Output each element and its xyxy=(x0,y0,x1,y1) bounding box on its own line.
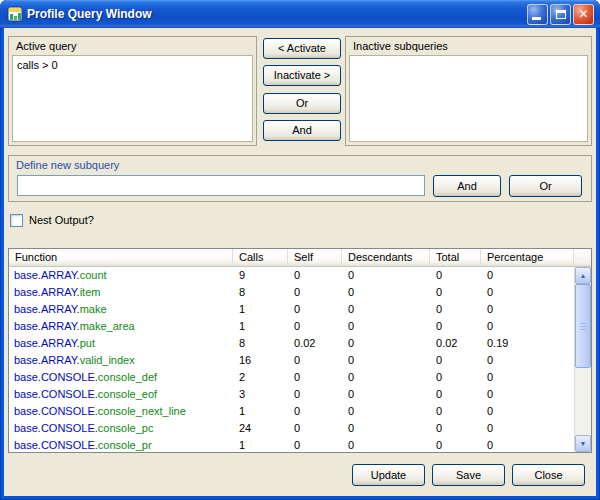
column-header-function[interactable]: Function xyxy=(9,249,233,267)
cell-self: 0 xyxy=(288,318,342,335)
cell-total: 0 xyxy=(430,318,481,335)
cell-calls: 1 xyxy=(233,301,288,318)
activate-button[interactable]: < Activate xyxy=(263,38,341,59)
table-row[interactable]: base.CONSOLE.console_def20000 xyxy=(9,369,574,386)
cell-descendants: 0 xyxy=(342,403,430,420)
cell-function: base.CONSOLE.console_def xyxy=(9,369,233,386)
cell-descendants: 0 xyxy=(342,437,430,452)
profile-query-window: Profile Query Window ✕ Active query call… xyxy=(0,0,600,500)
inactive-subqueries-list[interactable] xyxy=(349,55,588,142)
cell-percentage: 0 xyxy=(481,267,493,284)
header-corner xyxy=(574,249,591,267)
or-query-button[interactable]: Or xyxy=(263,93,341,114)
cell-function: base.CONSOLE.console_pr xyxy=(9,437,233,452)
table-row[interactable]: base.ARRAY.put80.0200.020.19 xyxy=(9,335,574,352)
active-query-label: Active query xyxy=(16,40,77,52)
nest-output-label: Nest Output? xyxy=(29,214,94,226)
column-header-calls[interactable]: Calls xyxy=(233,249,288,267)
table-row[interactable]: base.CONSOLE.console_next_line10000 xyxy=(9,403,574,420)
cell-total: 0 xyxy=(430,386,481,403)
cell-calls: 8 xyxy=(233,335,288,352)
table-row[interactable]: base.ARRAY.item80000 xyxy=(9,284,574,301)
cell-total: 0 xyxy=(430,403,481,420)
cell-self: 0 xyxy=(288,267,342,284)
table-row[interactable]: base.ARRAY.valid_index160000 xyxy=(9,352,574,369)
scroll-up-button[interactable]: ▲ xyxy=(575,267,591,284)
column-header-total[interactable]: Total xyxy=(430,249,481,267)
cell-descendants: 0 xyxy=(342,301,430,318)
cell-self: 0 xyxy=(288,403,342,420)
cell-calls: 1 xyxy=(233,403,288,420)
active-query-list[interactable]: calls > 0 xyxy=(12,55,253,142)
cell-percentage: 0 xyxy=(481,369,493,386)
save-button[interactable]: Save xyxy=(432,464,505,486)
titlebar[interactable]: Profile Query Window ✕ xyxy=(0,0,600,28)
table-row[interactable]: base.ARRAY.make10000 xyxy=(9,301,574,318)
list-item[interactable]: calls > 0 xyxy=(13,58,252,72)
inactive-subqueries-label: Inactive subqueries xyxy=(353,40,448,52)
column-header-self[interactable]: Self xyxy=(288,249,342,267)
cell-self: 0 xyxy=(288,301,342,318)
table-row[interactable]: base.CONSOLE.console_eof30000 xyxy=(9,386,574,403)
and-query-button[interactable]: And xyxy=(263,120,341,141)
cell-total: 0 xyxy=(430,369,481,386)
define-subquery-group: Define new subquery And Or xyxy=(8,155,592,202)
cell-percentage: 0 xyxy=(481,301,493,318)
column-header-descendants[interactable]: Descendants xyxy=(342,249,430,267)
scrollbar-thumb[interactable] xyxy=(575,284,591,368)
table-row[interactable]: base.CONSOLE.console_pc240000 xyxy=(9,420,574,437)
cell-calls: 3 xyxy=(233,386,288,403)
define-subquery-label: Define new subquery xyxy=(16,159,119,171)
cell-calls: 16 xyxy=(233,352,288,369)
cell-descendants: 0 xyxy=(342,420,430,437)
nest-output-row: Nest Output? xyxy=(10,213,94,227)
cell-self: 0 xyxy=(288,420,342,437)
cell-descendants: 0 xyxy=(342,369,430,386)
column-header-percentage[interactable]: Percentage xyxy=(481,249,574,267)
cell-total: 0 xyxy=(430,420,481,437)
scrollbar-track[interactable] xyxy=(575,284,591,435)
and-subquery-button[interactable]: And xyxy=(433,175,501,197)
cell-descendants: 0 xyxy=(342,284,430,301)
cell-total: 0 xyxy=(430,301,481,318)
cell-self: 0 xyxy=(288,352,342,369)
cell-total: 0.02 xyxy=(430,335,481,352)
cell-calls: 1 xyxy=(233,437,288,452)
dialog-content: Active query calls > 0 < Activate Inacti… xyxy=(4,28,596,496)
cell-calls: 24 xyxy=(233,420,288,437)
minimize-button[interactable] xyxy=(527,4,548,25)
cell-calls: 8 xyxy=(233,284,288,301)
nest-output-checkbox[interactable] xyxy=(10,214,23,227)
cell-function: base.ARRAY.item xyxy=(9,284,233,301)
cell-function: base.CONSOLE.console_eof xyxy=(9,386,233,403)
inactivate-button[interactable]: Inactivate > xyxy=(263,65,341,86)
or-subquery-button[interactable]: Or xyxy=(509,175,582,197)
cell-function: base.ARRAY.put xyxy=(9,335,233,352)
vertical-scrollbar[interactable]: ▲ ▼ xyxy=(574,267,591,452)
table-row[interactable]: base.CONSOLE.console_pr10000 xyxy=(9,437,574,452)
cell-function: base.ARRAY.make xyxy=(9,301,233,318)
cell-calls: 2 xyxy=(233,369,288,386)
cell-function: base.ARRAY.count xyxy=(9,267,233,284)
maximize-icon xyxy=(556,10,566,19)
cell-total: 0 xyxy=(430,352,481,369)
close-dialog-button[interactable]: Close xyxy=(512,464,585,486)
cell-percentage: 0 xyxy=(481,352,493,369)
subquery-input[interactable] xyxy=(17,175,425,196)
cell-self: 0 xyxy=(288,284,342,301)
cell-function: base.CONSOLE.console_next_line xyxy=(9,403,233,420)
cell-percentage: 0.19 xyxy=(481,335,508,352)
cell-calls: 1 xyxy=(233,318,288,335)
cell-self: 0.02 xyxy=(288,335,342,352)
update-button[interactable]: Update xyxy=(352,464,425,486)
active-query-panel: Active query calls > 0 xyxy=(8,36,257,146)
cell-descendants: 0 xyxy=(342,386,430,403)
close-button[interactable]: ✕ xyxy=(573,4,594,25)
cell-descendants: 0 xyxy=(342,267,430,284)
scroll-down-button[interactable]: ▼ xyxy=(575,435,591,452)
maximize-button[interactable] xyxy=(550,4,571,25)
table-row[interactable]: base.ARRAY.count90000 xyxy=(9,267,574,284)
cell-self: 0 xyxy=(288,386,342,403)
table-row[interactable]: base.ARRAY.make_area10000 xyxy=(9,318,574,335)
cell-function: base.CONSOLE.console_pc xyxy=(9,420,233,437)
